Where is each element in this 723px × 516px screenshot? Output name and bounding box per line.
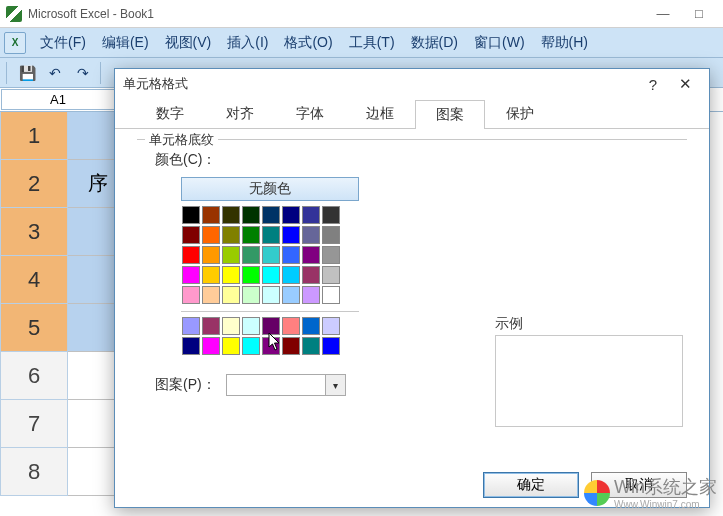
tab-border[interactable]: 边框 <box>345 99 415 128</box>
color-swatch[interactable] <box>262 246 280 264</box>
color-palette-main <box>181 205 687 305</box>
color-swatch[interactable] <box>262 286 280 304</box>
color-swatch[interactable] <box>242 317 260 335</box>
xl-menu-icon[interactable]: X <box>4 32 26 54</box>
minimize-button[interactable]: — <box>645 3 681 25</box>
dialog-tabs: 数字 对齐 字体 边框 图案 保护 <box>115 99 709 129</box>
color-swatch[interactable] <box>242 246 260 264</box>
color-swatch[interactable] <box>182 206 200 224</box>
menu-window[interactable]: 窗口(W) <box>466 32 533 54</box>
color-swatch[interactable] <box>322 317 340 335</box>
color-swatch[interactable] <box>322 206 340 224</box>
color-swatch[interactable] <box>242 266 260 284</box>
menu-insert[interactable]: 插入(I) <box>219 32 276 54</box>
color-swatch[interactable] <box>262 206 280 224</box>
sample-label: 示例 <box>495 315 523 333</box>
row-header-5[interactable]: 5 <box>0 304 68 352</box>
ok-button[interactable]: 确定 <box>483 472 579 498</box>
menu-help[interactable]: 帮助(H) <box>533 32 596 54</box>
color-swatch[interactable] <box>182 246 200 264</box>
color-swatch[interactable] <box>222 317 240 335</box>
color-swatch[interactable] <box>302 317 320 335</box>
tab-pattern[interactable]: 图案 <box>415 100 485 129</box>
color-swatch[interactable] <box>242 337 260 355</box>
row-header-7[interactable]: 7 <box>0 400 68 448</box>
color-swatch[interactable] <box>202 226 220 244</box>
color-swatch[interactable] <box>302 206 320 224</box>
menu-format[interactable]: 格式(O) <box>276 32 340 54</box>
color-swatch[interactable] <box>262 266 280 284</box>
row-header-3[interactable]: 3 <box>0 208 68 256</box>
tab-protect[interactable]: 保护 <box>485 99 555 128</box>
undo-button[interactable]: ↶ <box>42 61 68 85</box>
color-swatch[interactable] <box>322 226 340 244</box>
color-swatch[interactable] <box>202 286 220 304</box>
menu-tools[interactable]: 工具(T) <box>341 32 403 54</box>
color-swatch[interactable] <box>182 226 200 244</box>
dialog-help-button[interactable]: ? <box>637 72 669 96</box>
color-swatch[interactable] <box>202 246 220 264</box>
dialog-titlebar: 单元格格式 ? ✕ <box>115 69 709 99</box>
color-swatch[interactable] <box>282 286 300 304</box>
color-label: 颜色(C)： <box>155 151 687 169</box>
row-header-6[interactable]: 6 <box>0 352 68 400</box>
color-swatch[interactable] <box>302 337 320 355</box>
row-header-2[interactable]: 2 <box>0 160 68 208</box>
color-swatch[interactable] <box>242 226 260 244</box>
color-swatch[interactable] <box>202 337 220 355</box>
color-swatch[interactable] <box>202 266 220 284</box>
color-swatch[interactable] <box>182 266 200 284</box>
color-swatch[interactable] <box>282 266 300 284</box>
maximize-button[interactable]: □ <box>681 3 717 25</box>
menu-data[interactable]: 数据(D) <box>403 32 466 54</box>
color-swatch[interactable] <box>202 206 220 224</box>
menubar: X 文件(F) 编辑(E) 视图(V) 插入(I) 格式(O) 工具(T) 数据… <box>0 28 723 58</box>
row-header-1[interactable]: 1 <box>0 112 68 160</box>
row-header-4[interactable]: 4 <box>0 256 68 304</box>
color-swatch[interactable] <box>302 266 320 284</box>
name-box[interactable]: A1 <box>1 89 115 110</box>
pattern-combo[interactable]: ▾ <box>226 374 346 396</box>
color-swatch[interactable] <box>282 226 300 244</box>
menu-file[interactable]: 文件(F) <box>32 32 94 54</box>
tab-number[interactable]: 数字 <box>135 99 205 128</box>
cancel-button[interactable]: 取消 <box>591 472 687 498</box>
color-swatch[interactable] <box>282 206 300 224</box>
color-swatch[interactable] <box>222 266 240 284</box>
color-swatch[interactable] <box>322 337 340 355</box>
no-color-button[interactable]: 无颜色 <box>181 177 359 201</box>
color-swatch[interactable] <box>242 206 260 224</box>
save-button[interactable]: 💾 <box>14 61 40 85</box>
redo-button[interactable]: ↷ <box>70 61 96 85</box>
color-swatch[interactable] <box>282 246 300 264</box>
color-swatch[interactable] <box>322 246 340 264</box>
color-swatch[interactable] <box>302 246 320 264</box>
color-swatch[interactable] <box>202 317 220 335</box>
color-swatch[interactable] <box>322 266 340 284</box>
tab-align[interactable]: 对齐 <box>205 99 275 128</box>
row-header-8[interactable]: 8 <box>0 448 68 496</box>
menu-view[interactable]: 视图(V) <box>157 32 220 54</box>
color-swatch[interactable] <box>222 226 240 244</box>
color-swatch[interactable] <box>182 286 200 304</box>
color-swatch[interactable] <box>182 337 200 355</box>
sample-box <box>495 335 683 427</box>
color-swatch[interactable] <box>322 286 340 304</box>
color-swatch[interactable] <box>222 286 240 304</box>
color-swatch[interactable] <box>222 246 240 264</box>
dialog-close-button[interactable]: ✕ <box>669 72 701 96</box>
color-swatch[interactable] <box>282 317 300 335</box>
color-swatch[interactable] <box>222 337 240 355</box>
tab-font[interactable]: 字体 <box>275 99 345 128</box>
color-swatch[interactable] <box>222 206 240 224</box>
color-swatch[interactable] <box>302 226 320 244</box>
color-swatch[interactable] <box>282 337 300 355</box>
color-swatch[interactable] <box>262 337 280 355</box>
color-swatch[interactable] <box>242 286 260 304</box>
color-swatch[interactable] <box>302 286 320 304</box>
window-title: Microsoft Excel - Book1 <box>28 7 154 21</box>
color-swatch[interactable] <box>262 226 280 244</box>
color-swatch[interactable] <box>182 317 200 335</box>
menu-edit[interactable]: 编辑(E) <box>94 32 157 54</box>
color-swatch[interactable] <box>262 317 280 335</box>
